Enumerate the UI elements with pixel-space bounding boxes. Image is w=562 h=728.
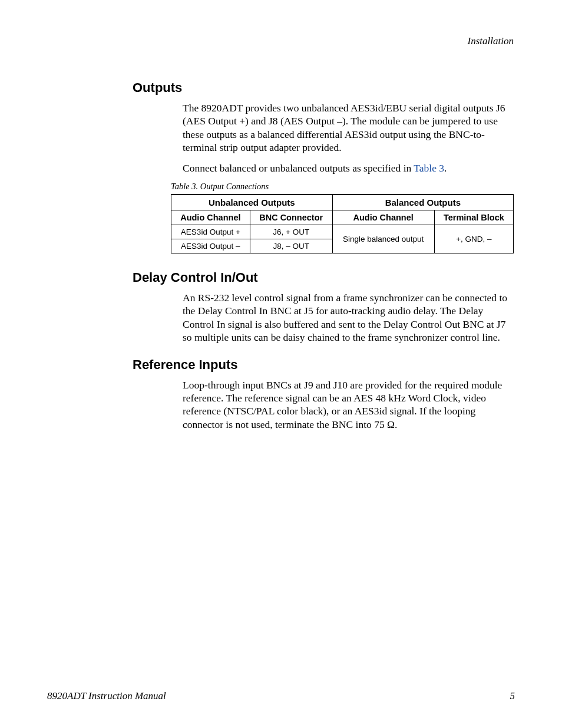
page-footer: 8920ADT Instruction Manual 5	[47, 690, 515, 702]
td-aes-out-minus: AES3id Output –	[171, 239, 250, 253]
table-row: Audio Channel BNC Connector Audio Channe…	[171, 210, 514, 225]
heading-reference: Reference Inputs	[133, 357, 515, 373]
th-balanced: Balanced Outputs	[332, 195, 513, 210]
delay-body: An RS-232 level control signal from a fr…	[183, 291, 514, 344]
delay-para-1: An RS-232 level control signal from a fr…	[183, 291, 514, 344]
td-j6: J6, + OUT	[250, 225, 332, 239]
heading-delay: Delay Control In/Out	[133, 270, 515, 285]
table-row: AES3id Output + J6, + OUT Single balance…	[171, 225, 514, 239]
th-terminal-block: Terminal Block	[434, 210, 513, 225]
outputs-para-2-post: .	[444, 162, 447, 174]
th-audio-channel-u: Audio Channel	[171, 210, 250, 225]
running-header: Installation	[47, 35, 514, 47]
link-table-3[interactable]: Table 3	[414, 162, 444, 174]
reference-para-1: Loop-through input BNCs at J9 and J10 ar…	[183, 378, 514, 431]
th-unbalanced: Unbalanced Outputs	[171, 195, 333, 210]
td-plus-gnd-minus: +, GND, –	[434, 225, 513, 253]
td-single-balanced: Single balanced output	[332, 225, 434, 253]
outputs-body: The 8920ADT provides two unbalanced AES3…	[183, 101, 514, 174]
outputs-para-2-pre: Connect balanced or unbalanced outputs a…	[183, 162, 414, 174]
outputs-para-1: The 8920ADT provides two unbalanced AES3…	[183, 101, 514, 154]
outputs-para-2: Connect balanced or unbalanced outputs a…	[183, 162, 514, 174]
page-number: 5	[510, 690, 515, 702]
table-output-connections: Unbalanced Outputs Balanced Outputs Audi…	[171, 194, 514, 253]
table-row: Unbalanced Outputs Balanced Outputs	[171, 195, 514, 210]
reference-body: Loop-through input BNCs at J9 and J10 ar…	[183, 378, 514, 431]
td-aes-out-plus: AES3id Output +	[171, 225, 250, 239]
footer-manual-title: 8920ADT Instruction Manual	[47, 690, 166, 702]
table-3-caption: Table 3. Output Connections	[171, 182, 514, 192]
table-3-wrap: Table 3. Output Connections Unbalanced O…	[171, 182, 514, 253]
page: Installation Outputs The 8920ADT provide…	[0, 0, 562, 728]
th-audio-channel-b: Audio Channel	[332, 210, 434, 225]
td-j8: J8, – OUT	[250, 239, 332, 253]
heading-outputs: Outputs	[133, 80, 515, 95]
th-bnc-connector: BNC Connector	[250, 210, 332, 225]
